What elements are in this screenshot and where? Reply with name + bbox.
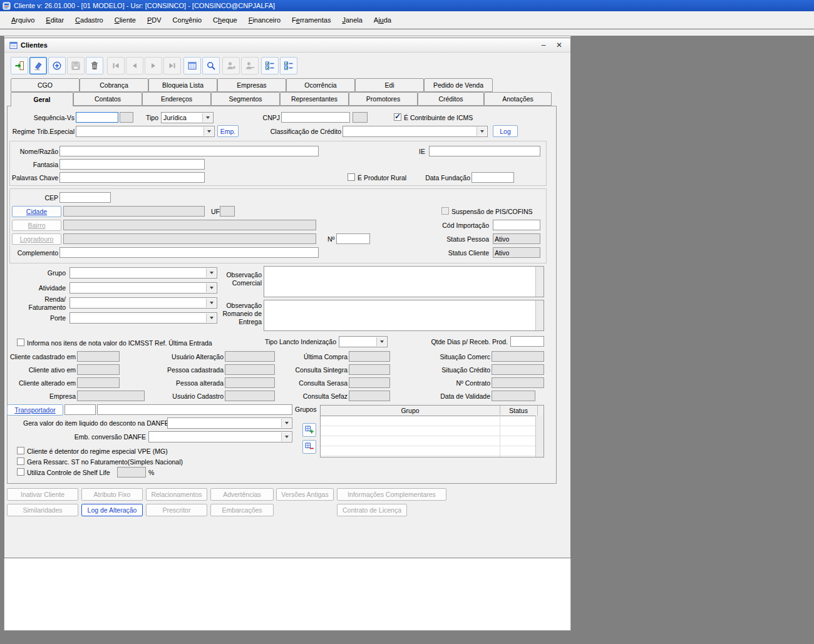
regime-select[interactable] <box>76 126 215 137</box>
app-titlebar[interactable]: Cliente v: 26.01.000 - [01 MODELO] - Usr… <box>0 0 814 11</box>
complemento-input[interactable] <box>59 247 319 258</box>
vpe-checkbox[interactable] <box>17 447 24 454</box>
qtde-dias-input[interactable] <box>510 336 544 347</box>
tab-creditos[interactable]: Créditos <box>418 92 484 106</box>
observacao-romaneio-textarea[interactable] <box>264 300 544 331</box>
menu-item-editar[interactable]: Editar <box>40 13 70 27</box>
checklist-alt-button[interactable] <box>280 57 297 74</box>
tab-cobranca[interactable]: Cobrança <box>80 78 148 92</box>
atributo-fixo-button[interactable]: Atributo Fixo <box>81 488 143 501</box>
previous-record-icon <box>130 61 140 71</box>
menu-item-cliente[interactable]: Cliente <box>109 13 142 27</box>
grupo-select[interactable] <box>70 267 217 279</box>
transportador-button[interactable]: Transportador <box>7 404 63 416</box>
grupos-table-scrollbar[interactable] <box>535 416 544 457</box>
consulta-sintegra-input <box>349 364 390 375</box>
shelf-life-checkbox[interactable] <box>17 468 24 476</box>
tab-promotores[interactable]: Promotores <box>349 92 418 106</box>
atividade-select[interactable] <box>70 282 217 294</box>
grupos-col-status[interactable]: Status <box>500 406 538 416</box>
search-button[interactable] <box>202 57 220 74</box>
nome-razao-input[interactable] <box>59 146 319 156</box>
close-button[interactable]: ✕ <box>553 40 565 50</box>
log-button[interactable]: Log <box>493 125 518 137</box>
similaridades-button[interactable]: Similaridades <box>7 504 78 516</box>
classificacao-credito-select[interactable] <box>343 126 488 137</box>
sequencia-input[interactable] <box>76 112 118 123</box>
versoes-antigas-button[interactable]: Versões Antigas <box>276 488 334 501</box>
produtor-rural-checkbox[interactable] <box>348 173 355 181</box>
grupos-add-button[interactable] <box>302 423 316 437</box>
tab-enderecos[interactable]: Endereços <box>142 92 211 106</box>
numero-input[interactable] <box>336 233 370 244</box>
menu-item-ferramentas[interactable]: Ferramentas <box>286 13 336 27</box>
grupos-remove-button[interactable] <box>302 440 316 454</box>
tab-segmentos[interactable]: Segmentos <box>211 92 280 106</box>
exit-button[interactable] <box>11 57 28 74</box>
ie-input[interactable] <box>429 146 540 156</box>
transportador-codigo-input[interactable] <box>64 404 96 415</box>
advertencias-button[interactable]: Advertências <box>210 488 274 501</box>
fantasia-input[interactable] <box>59 159 205 170</box>
logradouro-input <box>63 233 316 244</box>
cidade-button[interactable]: Cidade <box>12 206 61 217</box>
cod-importacao-input[interactable] <box>493 220 540 230</box>
insert-button[interactable] <box>48 57 66 74</box>
scrollbar[interactable] <box>535 267 544 297</box>
cep-input[interactable] <box>59 192 111 203</box>
icms-checkbox[interactable] <box>394 113 401 121</box>
grid-view-button[interactable] <box>183 57 201 74</box>
emp-button[interactable]: Emp. <box>217 125 239 137</box>
grupos-col-grupo[interactable]: Grupo <box>321 406 500 416</box>
inativar-cliente-button[interactable]: Inativar Cliente <box>7 488 78 501</box>
tab-pedido-de-venda[interactable]: Pedido de Venda <box>424 78 493 92</box>
tab-contatos[interactable]: Contatos <box>73 92 142 106</box>
tipo-lancto-select[interactable] <box>339 336 388 347</box>
menu-item-cadastro[interactable]: Cadastro <box>70 13 109 27</box>
menu-item-cheque[interactable]: Cheque <box>207 13 243 27</box>
menu-item-ajuda[interactable]: Ajuda <box>368 13 397 27</box>
embarcacoes-button[interactable]: Embarcações <box>210 504 274 516</box>
renda-faturamento-select[interactable] <box>70 297 217 309</box>
checklist-button[interactable] <box>261 57 279 74</box>
transportador-nome-input[interactable] <box>97 404 292 415</box>
tab-geral[interactable]: Geral <box>11 92 73 106</box>
percent-label: % <box>148 469 154 477</box>
relacionamentos-button[interactable]: Relacionamentos <box>146 488 207 501</box>
data-fundacao-input[interactable] <box>471 172 514 183</box>
porte-select[interactable] <box>70 312 217 324</box>
contrato-de-licenca-button[interactable]: Contrato de Licença <box>337 504 407 516</box>
delete-button[interactable] <box>86 57 103 74</box>
tipo-select[interactable]: Jurídica <box>161 112 214 123</box>
icmsst-checkbox[interactable] <box>17 339 24 346</box>
informacoes-complementares-button[interactable]: Informações Complementares <box>337 488 446 501</box>
palavras-chave-input[interactable] <box>59 172 205 183</box>
menu-item-janela[interactable]: Janela <box>336 13 368 27</box>
emb-conversao-danfe-select[interactable] <box>148 431 292 442</box>
tab-edi[interactable]: Edi <box>355 78 424 92</box>
tab-bloqueia-lista[interactable]: Bloqueia Lista <box>148 78 217 92</box>
clear-button[interactable] <box>29 57 47 74</box>
tab-empresas[interactable]: Empresas <box>217 78 286 92</box>
observacao-comercial-textarea[interactable] <box>264 266 544 297</box>
situacao-credito-input <box>492 364 544 375</box>
tab-anotacoes[interactable]: Anotações <box>484 92 552 106</box>
shelf-life-input <box>117 467 146 478</box>
clientes-window: Clientes – ✕ CGO Cobrança Bloqueia Lista… <box>4 38 571 558</box>
log-de-alteracao-button[interactable]: Log de Alteração <box>81 504 143 516</box>
grupos-table[interactable]: Grupo Status <box>320 405 544 457</box>
menu-item-financeiro[interactable]: Financeiro <box>243 13 286 27</box>
tab-ocorrencia[interactable]: Ocorrência <box>286 78 355 92</box>
minimize-button[interactable]: – <box>537 40 550 50</box>
danfe-desconto-select[interactable] <box>167 417 292 429</box>
menu-item-pdv[interactable]: PDV <box>142 13 167 27</box>
ressarc-checkbox[interactable] <box>17 457 24 465</box>
prescritor-button[interactable]: Prescritor <box>146 504 207 516</box>
menu-item-arquivo[interactable]: Arquivo <box>6 13 40 27</box>
cnpj-input[interactable] <box>281 112 350 123</box>
menu-item-convenio[interactable]: Convênio <box>167 13 207 27</box>
tab-cgo[interactable]: CGO <box>11 78 80 92</box>
tab-representantes[interactable]: Representantes <box>280 92 349 106</box>
scrollbar[interactable] <box>535 300 544 330</box>
clientes-titlebar[interactable]: Clientes – ✕ <box>4 38 570 53</box>
